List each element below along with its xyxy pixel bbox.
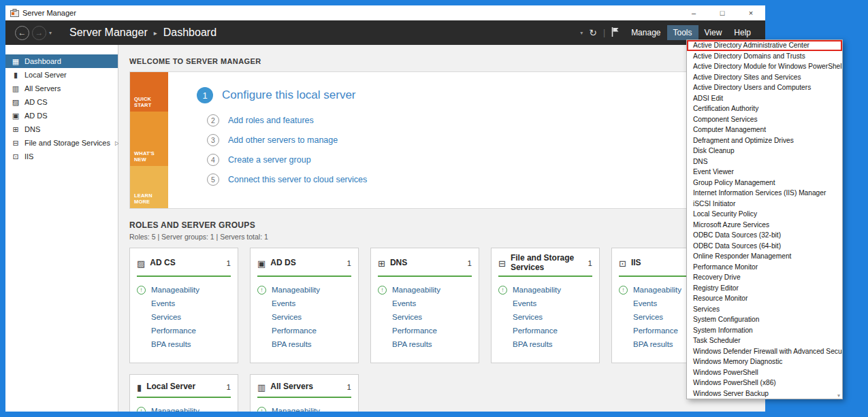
card-title[interactable]: DNS xyxy=(390,258,407,268)
tools-menu-item-windows-powershell-x86[interactable]: Windows PowerShell (x86) xyxy=(687,378,842,388)
tools-menu-item-windows-powershell[interactable]: Windows PowerShell xyxy=(687,367,842,378)
card-row-services[interactable]: Services xyxy=(378,310,472,324)
sidebar-item-local-server[interactable]: ▮Local Server xyxy=(5,68,118,82)
tools-menu-item-event-viewer[interactable]: Event Viewer xyxy=(687,167,842,178)
tools-menu-item-system-information[interactable]: System Information xyxy=(687,325,842,336)
tools-menu: Active Directory Administrative CenterAc… xyxy=(686,39,843,399)
tools-menu-item-windows-server-backup[interactable]: Windows Server Backup xyxy=(687,388,842,399)
refresh-icon[interactable]: ↻ xyxy=(589,27,597,38)
step-connect-this-server-to-cloud-services[interactable]: 5Connect this server to cloud services xyxy=(207,173,745,186)
notifications-flag-icon[interactable] xyxy=(611,27,619,39)
tools-menu-item-defragment-and-optimize-drives[interactable]: Defragment and Optimize Drives xyxy=(687,135,842,146)
menu-help[interactable]: Help xyxy=(728,25,757,40)
card-row-manageability[interactable]: ↑Manageability xyxy=(498,283,592,297)
tools-menu-item-resource-monitor[interactable]: Resource Monitor xyxy=(687,293,842,304)
tools-menu-item-odbc-data-sources-32-bit[interactable]: ODBC Data Sources (32-bit) xyxy=(687,230,842,241)
tools-menu-item-active-directory-module-for-windows-powershell[interactable]: Active Directory Module for Windows Powe… xyxy=(687,61,842,72)
tools-menu-item-performance-monitor[interactable]: Performance Monitor xyxy=(687,262,842,273)
card-title[interactable]: AD DS xyxy=(270,258,295,268)
maximize-button[interactable]: □ xyxy=(708,5,737,20)
tools-menu-item-local-security-policy[interactable]: Local Security Policy xyxy=(687,209,842,220)
card-accent-line xyxy=(257,397,351,398)
card-row-manageability[interactable]: ↑Manageability xyxy=(137,404,231,412)
tools-menu-items: Active Directory Administrative CenterAc… xyxy=(687,40,842,399)
card-row-performance[interactable]: Performance xyxy=(378,324,472,337)
minimize-button[interactable]: – xyxy=(679,5,708,20)
card-row-events[interactable]: Events xyxy=(137,297,231,310)
menu-tools[interactable]: Tools xyxy=(667,25,698,40)
tools-menu-item-iscsi-initiator[interactable]: iSCSI Initiator xyxy=(687,199,842,210)
card-row-label: Events xyxy=(513,299,536,307)
card-title[interactable]: Local Server xyxy=(146,382,195,392)
card-row-manageability[interactable]: ↑Manageability xyxy=(257,283,351,297)
tools-menu-item-microsoft-azure-services[interactable]: Microsoft Azure Services xyxy=(687,220,842,231)
tile-quick-start[interactable]: QUICK START xyxy=(130,72,168,112)
tools-menu-item-disk-cleanup[interactable]: Disk Cleanup xyxy=(687,146,842,156)
card-row-manageability[interactable]: ↑Manageability xyxy=(257,404,351,412)
menu-scroll-down-icon[interactable]: ▾ xyxy=(837,393,840,399)
card-row-services[interactable]: Services xyxy=(498,310,592,324)
breadcrumb-root[interactable]: Server Manager xyxy=(69,27,148,39)
tools-menu-item-adsi-edit[interactable]: ADSI Edit xyxy=(687,93,842,104)
tile-what-s-new[interactable]: WHAT'S NEW xyxy=(130,112,168,166)
sidebar-item-iis[interactable]: ⊡IIS xyxy=(5,150,118,163)
card-row-services[interactable]: Services xyxy=(257,310,351,324)
menu-manage[interactable]: Manage xyxy=(625,25,666,40)
card-row-label: BPA results xyxy=(151,340,191,348)
sidebar-item-ad-ds[interactable]: ▣AD DS xyxy=(5,109,118,122)
tools-menu-item-certification-authority[interactable]: Certification Authority xyxy=(687,103,842,114)
tools-menu-item-online-responder-management[interactable]: Online Responder Management xyxy=(687,251,842,262)
tools-menu-item-computer-management[interactable]: Computer Management xyxy=(687,124,842,135)
card-title[interactable]: File and Storage Services xyxy=(511,254,583,273)
tools-menu-item-active-directory-sites-and-services[interactable]: Active Directory Sites and Services xyxy=(687,72,842,83)
server-caret-icon[interactable]: ▾ xyxy=(580,30,583,36)
close-button[interactable]: × xyxy=(737,5,765,20)
card-row-performance[interactable]: Performance xyxy=(257,324,351,337)
card-row-events[interactable]: Events xyxy=(378,297,472,310)
card-row-manageability[interactable]: ↑Manageability xyxy=(378,283,472,297)
tools-menu-item-task-scheduler[interactable]: Task Scheduler xyxy=(687,335,842,346)
sidebar-item-all-servers[interactable]: ▥All Servers xyxy=(5,82,118,95)
step-create-a-server-group[interactable]: 4Create a server group xyxy=(207,154,745,166)
tools-menu-item-registry-editor[interactable]: Registry Editor xyxy=(687,283,842,294)
history-caret-icon[interactable]: ▾ xyxy=(49,30,52,36)
step-configure-this-local-server[interactable]: 1Configure this local server xyxy=(197,87,745,103)
card-row-services[interactable]: Services xyxy=(137,310,231,324)
tools-menu-item-internet-information-services-iis-manager[interactable]: Internet Information Services (IIS) Mana… xyxy=(687,188,842,199)
card-title[interactable]: All Servers xyxy=(270,382,313,392)
card-row-events[interactable]: Events xyxy=(257,297,351,310)
tools-menu-item-windows-defender-firewall-with-advanced-security[interactable]: Windows Defender Firewall with Advanced … xyxy=(687,346,842,357)
step-add-other-servers-to-manage[interactable]: 3Add other servers to manage xyxy=(207,134,745,146)
sidebar-item-file-and-storage-services[interactable]: ⊟File and Storage Services▷ xyxy=(5,136,118,150)
tools-menu-item-active-directory-domains-and-trusts[interactable]: Active Directory Domains and Trusts xyxy=(687,51,842,62)
card-row-events[interactable]: Events xyxy=(498,297,592,310)
tools-menu-item-system-configuration[interactable]: System Configuration xyxy=(687,314,842,325)
tools-menu-item-group-policy-management[interactable]: Group Policy Management xyxy=(687,178,842,188)
menu-view[interactable]: View xyxy=(698,25,728,40)
tools-menu-item-dns[interactable]: DNS xyxy=(687,156,842,167)
tools-menu-item-active-directory-users-and-computers[interactable]: Active Directory Users and Computers xyxy=(687,82,842,93)
step-add-roles-and-features[interactable]: 2Add roles and features xyxy=(207,114,745,127)
forward-button[interactable]: → xyxy=(32,26,46,40)
tools-menu-item-windows-memory-diagnostic[interactable]: Windows Memory Diagnostic xyxy=(687,356,842,367)
card-row-performance[interactable]: Performance xyxy=(498,324,592,337)
tile-learn-more[interactable]: LEARN MORE xyxy=(130,166,168,208)
tools-menu-item-active-directory-administrative-center[interactable]: Active Directory Administrative Center xyxy=(687,40,842,51)
titlebar: Server Manager – □ × xyxy=(5,5,765,20)
card-row-bpa-results[interactable]: BPA results xyxy=(498,337,592,351)
card-title[interactable]: AD CS xyxy=(150,258,175,268)
card-row-bpa-results[interactable]: BPA results xyxy=(257,337,351,351)
sidebar-item-dns[interactable]: ⊞DNS xyxy=(5,122,118,136)
card-row-performance[interactable]: Performance xyxy=(137,324,231,337)
tools-menu-item-odbc-data-sources-64-bit[interactable]: ODBC Data Sources (64-bit) xyxy=(687,241,842,252)
card-row-bpa-results[interactable]: BPA results xyxy=(137,337,231,351)
card-title[interactable]: IIS xyxy=(631,258,641,268)
card-row-bpa-results[interactable]: BPA results xyxy=(378,337,472,351)
sidebar-item-ad-cs[interactable]: ▨AD CS xyxy=(5,95,118,109)
back-button[interactable]: ← xyxy=(15,26,29,40)
sidebar-item-dashboard[interactable]: ▦Dashboard xyxy=(5,54,118,68)
tools-menu-item-recovery-drive[interactable]: Recovery Drive xyxy=(687,272,842,283)
card-row-manageability[interactable]: ↑Manageability xyxy=(137,283,231,297)
tools-menu-item-services[interactable]: Services xyxy=(687,304,842,315)
tools-menu-item-component-services[interactable]: Component Services xyxy=(687,114,842,125)
